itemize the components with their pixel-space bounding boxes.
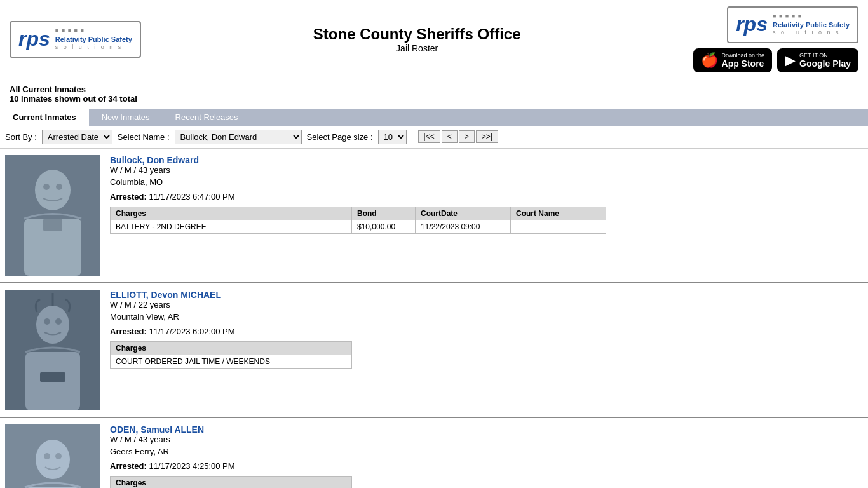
courtdate-value-1-0: 11/22/2023 09:00	[416, 220, 511, 233]
svg-rect-5	[43, 219, 62, 231]
rps-text-right: rps	[736, 13, 768, 36]
charge-value-2-0: COURT ORDERED JAIL TIME / WEEKENDS	[111, 355, 352, 368]
charges-table-2: Charges COURT ORDERED JAIL TIME / WEEKEN…	[110, 341, 352, 369]
arrested-line-2: Arrested: 11/17/2023 6:02:00 PM	[110, 327, 863, 336]
first-page-button[interactable]: |<<	[418, 130, 440, 143]
tab-new-inmates[interactable]: New Inmates	[89, 109, 163, 126]
google-play-button[interactable]: ▶ GET IT ON Google Play	[777, 48, 858, 72]
photo-svg-2	[5, 290, 100, 410]
controls-bar: Sort By : Arrested DateNameBond Select N…	[0, 126, 868, 149]
inmate-demographics-2: W / M / 22 years	[110, 300, 863, 309]
charges-header-3: Charges	[111, 476, 352, 488]
inmate-location-2: Mountain View, AR	[110, 312, 863, 322]
store-buttons-container: 🍎 Download on the App Store ▶ GET IT ON …	[693, 48, 858, 72]
svg-point-4	[56, 184, 62, 190]
pagesize-label: Select Page size :	[307, 132, 373, 142]
apple-store-button[interactable]: 🍎 Download on the App Store	[693, 48, 773, 72]
inmate-location-3: Geers Ferry, AR	[110, 447, 863, 456]
inmate-details-3: ODEN, Samuel ALLEN W / M / 43 years Geer…	[110, 424, 863, 488]
arrested-line-3: Arrested: 11/17/2023 4:25:00 PM	[110, 461, 863, 471]
inmate-card-1: Bullock, Don Edward W / M / 43 years Col…	[0, 149, 868, 283]
svg-point-9	[44, 318, 50, 325]
google-line1: GET IT ON	[799, 52, 851, 58]
table-row: COURT ORDERED JAIL TIME / WEEKENDS	[111, 355, 352, 368]
charge-value-1-0: BATTERY - 2ND DEGREE	[111, 220, 352, 233]
inmate-photo-1	[5, 155, 100, 276]
inmate-card-2: ELLIOTT, Devon MICHAEL W / M / 22 years …	[0, 283, 868, 418]
inmate-demographics-1: W / M / 43 years	[110, 165, 863, 175]
tab-recent-releases[interactable]: Recent Releases	[163, 109, 251, 126]
next-page-button[interactable]: >	[459, 130, 475, 143]
apple-line1: Download on the	[722, 52, 765, 58]
logo-text-right: ■ ■ ■ ■ ■ Relativity Public Safety s o l…	[773, 13, 850, 37]
inmate-photo-3	[5, 424, 100, 488]
apple-icon: 🍎	[701, 52, 718, 69]
page-subtitle: Jail Roster	[313, 43, 521, 53]
table-row: BATTERY - 2ND DEGREE $10,000.00 11/22/20…	[111, 220, 606, 233]
logo-right: rps ■ ■ ■ ■ ■ Relativity Public Safety s…	[727, 6, 858, 43]
tab-current-inmates[interactable]: Current Inmates	[0, 109, 89, 126]
svg-point-10	[55, 318, 62, 325]
inmate-list: Bullock, Don Edward W / M / 43 years Col…	[0, 149, 868, 488]
google-icon: ▶	[785, 52, 796, 69]
page-title: Stone County Sheriffs Office	[313, 25, 521, 43]
arrested-label-2: Arrested:	[110, 327, 147, 336]
apple-line2: App Store	[722, 58, 765, 69]
arrested-date-1: 11/17/2023 6:47:00 PM	[149, 192, 234, 201]
sort-select[interactable]: Arrested DateNameBond	[42, 130, 112, 144]
page-header: rps ■ ■ ■ ■ ■ Relativity Public Safety s…	[0, 0, 868, 79]
charges-col-header: Charges	[111, 207, 352, 220]
apple-store-text: Download on the App Store	[722, 52, 765, 69]
svg-point-16	[55, 453, 62, 459]
svg-point-3	[43, 184, 50, 190]
prev-page-button[interactable]: <	[442, 130, 458, 143]
nav-tabs: Current Inmates New Inmates Recent Relea…	[0, 109, 868, 126]
inmate-name-3[interactable]: ODEN, Samuel ALLEN	[110, 424, 204, 435]
logo-left: rps ■ ■ ■ ■ ■ Relativity Public Safety s…	[10, 21, 141, 58]
inmate-name-1[interactable]: Bullock, Don Edward	[110, 155, 199, 165]
charges-header-2: Charges	[111, 341, 352, 355]
arrested-line-1: Arrested: 11/17/2023 6:47:00 PM	[110, 192, 863, 201]
photo-svg-1	[5, 155, 100, 276]
inmate-details-1: Bullock, Don Edward W / M / 43 years Col…	[110, 155, 863, 276]
courtname-value-1-0	[511, 220, 606, 233]
inmate-details-2: ELLIOTT, Devon MICHAEL W / M / 22 years …	[110, 290, 863, 410]
svg-point-1	[35, 170, 71, 210]
last-page-button[interactable]: >>|	[476, 130, 498, 143]
inmate-photo-2	[5, 290, 100, 410]
logo-solutions-right: s o l u t i o n s	[773, 29, 850, 37]
pagesize-select[interactable]: 102550	[378, 130, 407, 144]
bond-value-1-0: $10,000.00	[352, 220, 416, 233]
header-title-block: Stone County Sheriffs Office Jail Roster	[313, 25, 521, 53]
logo-text-left: ■ ■ ■ ■ ■ Relativity Public Safety s o l…	[55, 27, 132, 51]
arrested-label-3: Arrested:	[110, 461, 147, 471]
charges-table-3: Charges COURT ORDER JAIL TIME COURT ORDE…	[110, 476, 352, 488]
arrested-date-3: 11/17/2023 4:25:00 PM	[149, 461, 234, 471]
bond-col-header: Bond	[352, 207, 416, 220]
svg-rect-11	[40, 372, 65, 382]
svg-point-13	[36, 440, 70, 479]
summary-line1: All Current Inmates	[10, 85, 858, 94]
summary-line2: 10 inmates shown out of 34 total	[10, 94, 858, 104]
logo-tagline-left: Relativity Public Safety	[55, 36, 132, 43]
rps-text-left: rps	[18, 27, 50, 51]
logo-tagline-right: Relativity Public Safety	[773, 21, 850, 29]
google-line2: Google Play	[799, 58, 851, 69]
arrested-date-2: 11/17/2023 6:02:00 PM	[149, 327, 234, 336]
inmate-demographics-3: W / M / 43 years	[110, 435, 863, 444]
sort-label: Sort By :	[5, 132, 37, 142]
summary-block: All Current Inmates 10 inmates shown out…	[0, 79, 868, 109]
charges-table-1: Charges Bond CourtDate Court Name BATTER…	[110, 207, 606, 234]
courtdate-col-header: CourtDate	[416, 207, 511, 220]
name-select[interactable]: Bullock, Don Edward	[175, 130, 302, 144]
svg-point-15	[44, 453, 50, 459]
inmate-location-1: Columbia, MO	[110, 177, 863, 187]
pagination-buttons: |<< < > >>|	[418, 130, 498, 143]
inmate-name-2[interactable]: ELLIOTT, Devon MICHAEL	[110, 290, 221, 300]
arrested-label-1: Arrested:	[110, 192, 147, 201]
google-store-text: GET IT ON Google Play	[799, 52, 851, 69]
logo-solutions-left: s o l u t i o n s	[55, 44, 132, 51]
svg-point-7	[36, 306, 69, 344]
photo-svg-3	[5, 424, 100, 488]
inmate-card-3: ODEN, Samuel ALLEN W / M / 43 years Geer…	[0, 418, 868, 488]
